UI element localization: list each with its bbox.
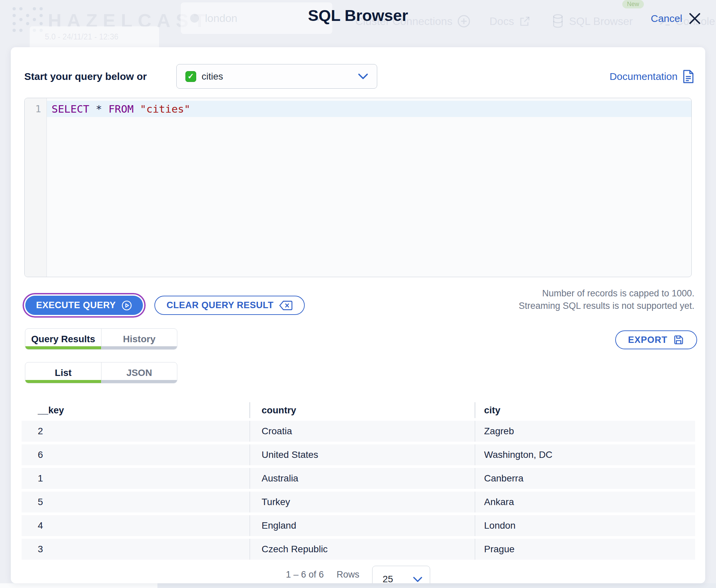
cancel-button[interactable]: Cancel [651,12,702,26]
cell-country: Turkey [250,491,475,512]
cell-key: 2 [22,421,250,442]
rows-per-page-label: Rows [337,564,360,583]
sql-keyword: FROM [108,103,134,115]
sql-keyword: SELECT [51,103,89,115]
page-title: SQL Browser [0,6,716,25]
cell-city: Zagreb [475,421,695,442]
table-row: 4 England London [22,515,695,536]
active-tab-indicator [25,346,101,349]
cell-city: London [475,515,695,536]
cell-key: 1 [22,468,250,489]
documentation-link[interactable]: Documentation [609,64,694,89]
documentation-label: Documentation [609,71,678,82]
table-row: 6 United States Washington, DC [22,444,695,465]
table-row: 5 Turkey Ankara [22,491,695,512]
cell-country: United States [250,444,475,465]
export-button[interactable]: EXPORT [615,331,697,349]
editor-code-area[interactable]: SELECT * FROM "cities" [47,98,691,277]
active-tab-indicator [25,380,101,383]
cell-key: 6 [22,444,250,465]
cell-city: Washington, DC [475,444,695,465]
table-row: 2 Croatia Zagreb [22,421,695,442]
save-floppy-icon [673,334,684,345]
tab-history[interactable]: History [101,329,177,349]
clear-query-result-button[interactable]: CLEAR QUERY RESULT [154,296,305,315]
sql-operator: * [96,103,102,115]
sql-editor[interactable]: 1 SELECT * FROM "cities" [24,98,692,277]
cell-city: Prague [475,539,695,560]
cell-key: 3 [22,539,250,560]
results-table: __key country city 2 Croatia Zagreb 6 Un… [22,402,695,560]
map-select-value: cities [202,71,223,82]
cluster-version-text: 5.0 - 24/11/21 - 12:36 [45,33,118,41]
inactive-tab-indicator [102,346,177,349]
cell-key: 4 [22,515,250,536]
line-number: 1 [25,101,46,117]
sql-string: "cities" [140,103,190,115]
execute-query-button[interactable]: EXECUTE QUERY [25,296,143,315]
export-label: EXPORT [628,335,668,345]
checked-checkbox-icon: ✓ [185,71,196,82]
column-header-key: __key [22,402,250,418]
play-circle-icon [121,300,132,311]
sql-browser-modal: Start your query below or ✓ cities Docum… [11,47,705,583]
sql-browser-screen: HAZELCAST 5.0 - 24/11/21 - 12:36 london … [0,0,716,588]
view-tabs: List JSON [25,362,177,383]
notice-line-2: Streaming SQL results is not supported y… [519,300,694,312]
tab-list[interactable]: List [25,362,101,383]
clear-query-result-label: CLEAR QUERY RESULT [167,300,274,311]
tab-query-results[interactable]: Query Results [25,329,101,349]
cell-country: Croatia [250,421,475,442]
execute-query-label: EXECUTE QUERY [36,300,116,311]
rows-per-page-select[interactable]: 25 [372,566,430,583]
chevron-down-icon [358,73,368,80]
close-icon[interactable] [688,12,702,26]
background-footer-left [0,583,157,588]
background-footer-right [157,583,716,588]
table-row: 3 Czech Republic Prague [22,539,695,560]
cell-country: England [250,515,475,536]
sql-query-line[interactable]: SELECT * FROM "cities" [47,101,691,117]
table-header: __key country city [22,402,695,418]
pagination-range: 1 – 6 of 6 [286,564,324,583]
cell-country: Australia [250,468,475,489]
column-header-country: country [250,402,475,418]
results-tabs: Query Results History [25,329,177,350]
notice-line-1: Number of records is capped to 1000. [519,287,694,300]
cancel-label[interactable]: Cancel [651,13,682,24]
map-select[interactable]: ✓ cities [176,64,377,89]
pagination-bar: 1 – 6 of 6 Rows 25 [11,564,705,583]
clear-backspace-icon [279,300,293,311]
cell-key: 5 [22,491,250,512]
chevron-down-icon [413,576,422,582]
cell-country: Czech Republic [250,539,475,560]
table-row: 1 Australia Canberra [22,468,695,489]
editor-gutter: 1 [25,98,47,277]
column-header-city: city [475,402,695,418]
document-icon [682,69,694,84]
records-notice: Number of records is capped to 1000. Str… [519,287,694,312]
cell-city: Ankara [475,491,695,512]
cell-city: Canberra [475,468,695,489]
tab-json[interactable]: JSON [101,362,177,383]
rows-per-page-value: 25 [373,574,393,583]
inactive-tab-indicator [102,380,177,383]
query-prompt-label: Start your query below or [24,64,147,89]
